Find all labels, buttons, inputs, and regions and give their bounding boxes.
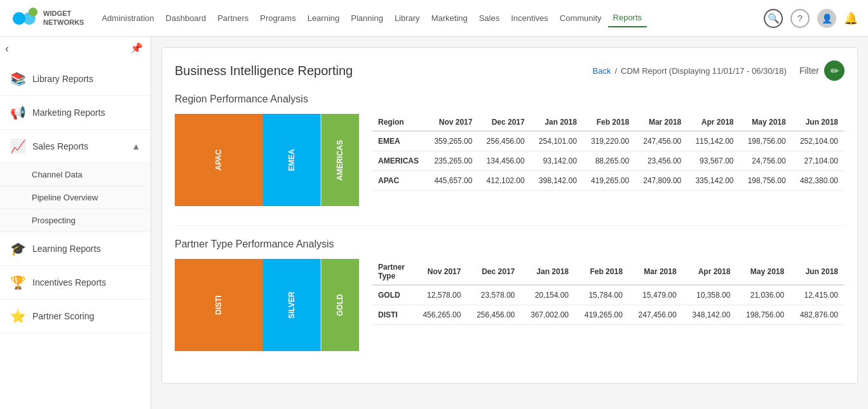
sidebar-item-partner-scoring[interactable]: ⭐ Partner Scoring	[0, 300, 151, 333]
nav-sales[interactable]: Sales	[474, 10, 505, 27]
sidebar-item-learning-reports[interactable]: 🎓 Learning Reports	[0, 232, 151, 266]
sidebar-library-reports-label: Library Reports	[32, 74, 93, 84]
nav-reports[interactable]: Reports	[608, 9, 648, 27]
table-row: AMERICAS235,265.00134,456.0093,142.0088,…	[372, 151, 844, 171]
nav-partners[interactable]: Partners	[212, 10, 254, 27]
region-col-mar18: Mar 2018	[635, 114, 688, 131]
content-panel: Business Intelligence Reporting Back / C…	[161, 47, 858, 384]
incentives-reports-icon: 🏆	[10, 275, 26, 290]
nav-right-icons: 🔍 ? 👤 🔔	[764, 9, 858, 28]
sidebar-item-sales-reports[interactable]: 📈 Sales Reports ▲	[0, 130, 151, 163]
nav-marketing[interactable]: Marketing	[426, 10, 473, 27]
region-col-feb18: Feb 2018	[583, 114, 635, 131]
partner-bar-gold: GOLD	[321, 259, 359, 351]
edit-icon: ✏	[831, 65, 839, 77]
nav-library[interactable]: Library	[390, 10, 425, 27]
pt-col-type: PartnerType	[372, 259, 414, 285]
nav-dashboard[interactable]: Dashboard	[161, 10, 212, 27]
marketing-reports-icon: 📢	[10, 105, 26, 120]
user-avatar[interactable]: 👤	[817, 9, 836, 28]
help-icon: ?	[797, 13, 803, 24]
pt-col-apr18: Apr 2018	[683, 259, 737, 285]
region-col-apr18: Apr 2018	[688, 114, 740, 131]
nav-incentives[interactable]: Incentives	[506, 10, 553, 27]
region-col-jun18: Jun 2018	[792, 114, 844, 131]
pt-col-may18: May 2018	[736, 259, 790, 285]
region-col-jan18: Jan 2018	[531, 114, 583, 131]
breadcrumb: Back / CDM Report (Displaying 11/01/17 -…	[592, 66, 786, 76]
logo: WIDGET NETWORKS	[10, 3, 84, 34]
sidebar-item-incentives-reports[interactable]: 🏆 Incentives Reports	[0, 266, 151, 300]
partner-scoring-icon: ⭐	[10, 308, 26, 324]
sidebar-partner-scoring-label: Partner Scoring	[32, 311, 94, 321]
nav-administration[interactable]: Administration	[97, 10, 159, 27]
region-bar-chart: APAC EMEA AMERICAS	[175, 114, 359, 206]
region-col-dec17: Dec 2017	[478, 114, 531, 131]
page-layout: ‹ 📌 📚 Library Reports 📢 Marketing Report…	[0, 37, 868, 409]
sidebar-pin[interactable]: 📌	[130, 42, 143, 54]
edit-button[interactable]: ✏	[824, 60, 844, 81]
table-row: EMEA359,265.00256,456.00254,101.00319,22…	[372, 131, 844, 151]
panel-header: Business Intelligence Reporting Back / C…	[175, 60, 844, 81]
learning-reports-icon: 🎓	[10, 241, 26, 256]
page-title: Business Intelligence Reporting	[175, 64, 353, 78]
sidebar: ‹ 📌 📚 Library Reports 📢 Marketing Report…	[0, 37, 151, 409]
help-button[interactable]: ?	[790, 9, 810, 28]
main-content: Business Intelligence Reporting Back / C…	[151, 37, 868, 409]
region-section: APAC EMEA AMERICAS Region Nov 2017 Dec 2…	[175, 114, 844, 206]
table-row: APAC445,657.00412,102.00398,142.00419,26…	[372, 171, 844, 191]
library-reports-icon: 📚	[10, 71, 26, 87]
submenu-prospecting[interactable]: Prospecting	[0, 209, 151, 232]
sidebar-learning-reports-label: Learning Reports	[32, 244, 100, 254]
partner-type-section: DISTI SILVER GOLD PartnerType Nov 2017 D…	[175, 259, 844, 351]
nav-community[interactable]: Community	[555, 10, 607, 27]
partner-type-section-title: Partner Type Performance Analysis	[175, 239, 844, 250]
region-bar-emea: EMEA	[263, 114, 321, 206]
sales-reports-icon: 📈	[10, 139, 26, 154]
sidebar-incentives-reports-label: Incentives Reports	[32, 277, 106, 288]
sidebar-sales-reports-label: Sales Reports	[32, 141, 88, 151]
logo-line2: NETWORKS	[43, 18, 84, 27]
nav-links: Administration Dashboard Partners Progra…	[97, 9, 764, 27]
pt-col-dec17: Dec 2017	[467, 259, 521, 285]
avatar-icon: 👤	[822, 13, 832, 24]
pt-col-nov17: Nov 2017	[414, 259, 468, 285]
nav-learning[interactable]: Learning	[302, 10, 345, 27]
breadcrumb-separator: /	[614, 66, 617, 76]
region-bar-apac: APAC	[175, 114, 263, 206]
table-row: GOLD12,578.0023,578.0020,154.0015,784.00…	[372, 285, 844, 305]
sidebar-marketing-reports-label: Marketing Reports	[32, 107, 105, 118]
section-divider	[175, 225, 844, 226]
submenu-pipeline-overview[interactable]: Pipeline Overview	[0, 186, 151, 209]
breadcrumb-detail: CDM Report (Displaying 11/01/17 - 06/30/…	[621, 66, 787, 76]
submenu-channel-data[interactable]: Channel Data	[0, 163, 151, 186]
region-table: Region Nov 2017 Dec 2017 Jan 2018 Feb 20…	[372, 114, 844, 191]
search-button[interactable]: 🔍	[764, 9, 783, 28]
region-bar-americas: AMERICAS	[321, 114, 359, 206]
sidebar-toggle[interactable]: ‹	[5, 42, 9, 55]
partner-bar-silver: SILVER	[263, 259, 321, 351]
partner-type-table: PartnerType Nov 2017 Dec 2017 Jan 2018 F…	[372, 259, 844, 325]
nav-programs[interactable]: Programs	[255, 10, 301, 27]
notifications-bell[interactable]: 🔔	[844, 11, 858, 25]
search-icon: 🔍	[768, 13, 780, 24]
sidebar-item-library-reports[interactable]: 📚 Library Reports	[0, 62, 151, 96]
partner-bar-disti: DISTI	[175, 259, 263, 351]
pt-col-feb18: Feb 2018	[575, 259, 629, 285]
top-navigation: WIDGET NETWORKS Administration Dashboard…	[0, 0, 868, 37]
region-col-region: Region	[372, 114, 426, 131]
sales-reports-submenu: Channel Data Pipeline Overview Prospecti…	[0, 163, 151, 232]
region-col-nov17: Nov 2017	[426, 114, 478, 131]
pt-col-mar18: Mar 2018	[629, 259, 683, 285]
breadcrumb-back[interactable]: Back	[592, 66, 611, 76]
sidebar-item-marketing-reports[interactable]: 📢 Marketing Reports	[0, 96, 151, 130]
chevron-up-icon: ▲	[132, 141, 140, 151]
filter-button[interactable]: Filter	[799, 66, 819, 76]
nav-planning[interactable]: Planning	[346, 10, 388, 27]
table-row: DISTI456,265.00256,456.00367,002.00419,2…	[372, 305, 844, 325]
region-col-may18: May 2018	[740, 114, 792, 131]
pt-col-jan18: Jan 2018	[521, 259, 575, 285]
partner-type-bar-chart: DISTI SILVER GOLD	[175, 259, 359, 351]
pt-col-jun18: Jun 2018	[790, 259, 844, 285]
region-section-title: Region Performance Analysis	[175, 94, 844, 105]
